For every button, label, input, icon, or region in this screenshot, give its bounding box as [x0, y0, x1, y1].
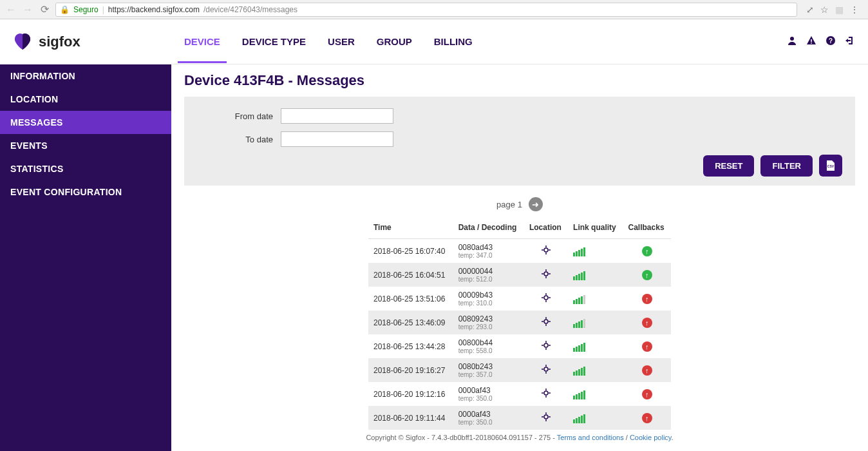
cell-data: 0080b243temp: 357.0 [453, 358, 524, 382]
svg-text:?: ? [829, 37, 833, 44]
column-header: Location [524, 216, 568, 239]
cell-data: 00809243temp: 293.0 [453, 311, 524, 334]
location-icon[interactable] [542, 317, 551, 326]
tab-device-type[interactable]: DEVICE TYPE [242, 21, 306, 62]
sidebar-item-messages[interactable]: MESSAGES [0, 111, 171, 134]
callback-err-icon[interactable]: ↑ [642, 365, 652, 376]
cell-link-quality [568, 334, 623, 358]
cell-callback[interactable]: ↑ [623, 287, 671, 311]
sidebar-item-information[interactable]: INFORMATION [0, 64, 171, 88]
svg-point-21 [544, 320, 548, 323]
svg-point-41 [544, 415, 548, 419]
column-header: Time [368, 216, 453, 239]
cell-location[interactable] [524, 263, 568, 287]
cell-location[interactable] [524, 406, 568, 430]
cell-location[interactable] [524, 382, 568, 406]
table-row: 2018-06-25 13:46:0900809243temp: 293.0↑ [368, 311, 671, 334]
cell-callback[interactable]: ↑ [623, 382, 671, 406]
svg-point-0 [790, 37, 794, 41]
tab-billing[interactable]: BILLING [434, 21, 473, 62]
star-icon[interactable]: ☆ [820, 5, 829, 15]
table-row: 2018-06-25 13:51:0600009b43temp: 310.0↑ [368, 287, 671, 311]
cell-location[interactable] [524, 311, 568, 334]
tab-device[interactable]: DEVICE [184, 21, 220, 62]
cell-data: 00009b43temp: 310.0 [453, 287, 524, 311]
cell-data: 00000044temp: 512.0 [453, 263, 524, 287]
cell-location[interactable] [524, 334, 568, 358]
cell-callback[interactable]: ↑ [623, 239, 671, 264]
svg-point-6 [544, 248, 548, 252]
callback-err-icon[interactable]: ↑ [642, 413, 652, 423]
tab-user[interactable]: USER [328, 21, 355, 62]
signal-icon [573, 341, 618, 352]
callback-err-icon[interactable]: ↑ [642, 389, 652, 399]
cell-time: 2018-06-25 13:44:28 [368, 334, 453, 358]
reset-button[interactable]: RESET [703, 155, 754, 177]
cell-callback[interactable]: ↑ [623, 358, 671, 382]
location-icon[interactable] [542, 389, 551, 398]
callback-err-icon[interactable]: ↑ [642, 294, 652, 304]
cookie-link[interactable]: Cookie policy [630, 434, 672, 441]
cell-callback[interactable]: ↑ [623, 311, 671, 334]
callback-err-icon[interactable]: ↑ [642, 341, 652, 352]
cell-callback[interactable]: ↑ [623, 406, 671, 430]
lock-icon: 🔒 [60, 5, 70, 14]
location-icon[interactable] [542, 341, 551, 350]
signal-icon [573, 318, 618, 328]
callback-err-icon[interactable]: ↑ [642, 318, 652, 328]
filter-button[interactable]: FILTER [760, 155, 813, 177]
from-date-input[interactable] [281, 108, 393, 124]
cell-callback[interactable]: ↑ [623, 334, 671, 358]
sidebar-item-event-configuration[interactable]: EVENT CONFIGURATION [0, 180, 171, 204]
logo[interactable]: sigfox [0, 19, 171, 64]
to-date-input[interactable] [281, 131, 393, 147]
footer: Copyright © Sigfox - 7.4.3-db0bff1-20180… [184, 430, 855, 445]
cell-location[interactable] [524, 287, 568, 311]
svg-point-36 [544, 391, 548, 395]
sidebar-item-statistics[interactable]: STATISTICS [0, 157, 171, 180]
signal-icon [573, 294, 618, 304]
help-icon[interactable]: ? [826, 35, 836, 48]
signal-icon [573, 413, 618, 423]
cell-location[interactable] [524, 358, 568, 382]
callback-ok-icon[interactable]: ↑ [642, 270, 652, 280]
alert-icon[interactable] [806, 35, 816, 48]
cell-link-quality [568, 311, 623, 334]
location-icon[interactable] [542, 293, 551, 302]
csv-export-button[interactable]: CSV [819, 155, 842, 177]
svg-rect-2 [811, 43, 812, 44]
cell-data: 0080ad43temp: 347.0 [453, 239, 524, 264]
svg-point-16 [544, 296, 548, 300]
back-icon[interactable]: ← [5, 4, 17, 15]
user-icon[interactable] [787, 35, 797, 48]
column-header: Callbacks [623, 216, 671, 239]
sidebar-item-location[interactable]: LOCATION [0, 88, 171, 111]
translate-icon[interactable]: ⤢ [806, 5, 814, 15]
cell-time: 2018-06-25 13:46:09 [368, 311, 453, 334]
pager-next-icon[interactable]: ➜ [529, 197, 543, 211]
table-row: 2018-06-25 16:04:5100000044temp: 512.0↑ [368, 263, 671, 287]
url-host: https://backend.sigfox.com [108, 5, 200, 14]
column-header: Link quality [568, 216, 623, 239]
location-icon[interactable] [542, 365, 551, 374]
tab-group[interactable]: GROUP [377, 21, 412, 62]
cell-location[interactable] [524, 239, 568, 264]
location-icon[interactable] [542, 269, 551, 278]
logout-icon[interactable] [845, 35, 855, 48]
cell-time: 2018-06-25 16:04:51 [368, 263, 453, 287]
menu-icon[interactable]: ⋮ [850, 5, 859, 15]
cell-callback[interactable]: ↑ [623, 263, 671, 287]
cell-data: 0000af43temp: 350.0 [453, 406, 524, 430]
cell-data: 00800b44temp: 558.0 [453, 334, 524, 358]
forward-icon[interactable]: → [22, 4, 33, 15]
table-row: 2018-06-20 19:16:270080b243temp: 357.0↑ [368, 358, 671, 382]
location-icon[interactable] [542, 245, 551, 254]
callback-ok-icon[interactable]: ↑ [642, 246, 652, 256]
location-icon[interactable] [542, 412, 551, 421]
extension-icon[interactable]: ▦ [835, 5, 844, 15]
reload-icon[interactable]: ⟳ [39, 3, 50, 15]
url-bar[interactable]: 🔒 Seguro | https://backend.sigfox.com/de… [55, 3, 797, 17]
messages-table: TimeData / DecodingLocationLink qualityC… [368, 216, 671, 430]
terms-link[interactable]: Terms and conditions [557, 434, 624, 441]
sidebar-item-events[interactable]: EVENTS [0, 134, 171, 157]
